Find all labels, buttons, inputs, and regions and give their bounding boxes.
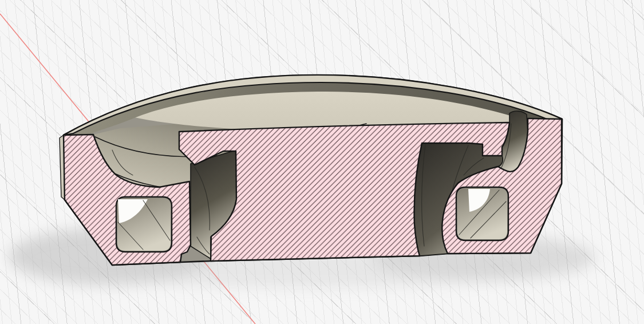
cad-viewport[interactable]	[0, 0, 644, 324]
model-canvas	[0, 0, 644, 324]
right-hole-interior	[457, 188, 507, 239]
left-hole-interior	[117, 198, 171, 251]
